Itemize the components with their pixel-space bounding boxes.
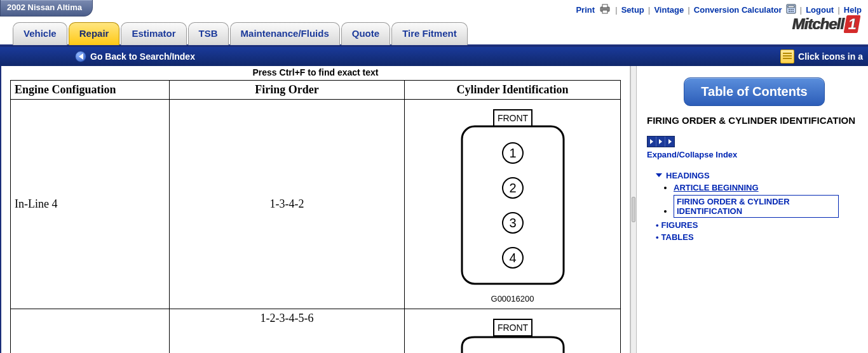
splitter[interactable] — [630, 66, 637, 353]
index-tree: HEADINGS ARTICLE BEGINNING FIRING ORDER … — [647, 170, 862, 242]
svg-text:1: 1 — [509, 146, 516, 160]
tree-node-tables[interactable]: • TABLES — [656, 232, 694, 242]
goback-bar: Go Back to Search/Index Click icons in a — [0, 47, 868, 66]
table-row: In-Line 4 1-3-4-2 FRONT 1 2 3 — [11, 100, 621, 309]
cell-cylinder-diagram: FRONT 1 2 3 4 G00016200 — [405, 100, 621, 309]
svg-text:4: 4 — [509, 251, 516, 265]
cell-engine: In-Line 4 — [11, 100, 170, 309]
notes-icon[interactable] — [780, 50, 794, 63]
vintage-link[interactable]: Vintage — [654, 5, 684, 15]
separator: | — [615, 5, 618, 15]
cylinder-diagram-icon: FRONT — [449, 316, 576, 353]
firing-order-table: Engine Configuation Firing Order Cylinde… — [10, 80, 621, 353]
tab-tsb[interactable]: TSB — [188, 22, 229, 45]
separator: | — [688, 5, 690, 15]
svg-point-6 — [790, 9, 792, 10]
tab-repair[interactable]: Repair — [69, 22, 120, 45]
printer-icon[interactable] — [599, 4, 611, 16]
brand-logo: Mitchell1 — [792, 15, 859, 33]
cell-order: 1-3-4-2 — [170, 100, 405, 309]
th-order: Firing Order — [170, 81, 405, 100]
svg-text:2: 2 — [509, 181, 516, 195]
setup-link[interactable]: Setup — [621, 5, 644, 15]
expand-collapse-link[interactable]: Expand/Collapse Index — [647, 150, 862, 159]
tab-maintenance[interactable]: Maintenance/Fluids — [230, 22, 340, 45]
back-arrow-icon[interactable] — [75, 51, 86, 62]
svg-text:3: 3 — [509, 216, 516, 230]
tab-estimator[interactable]: Estimator — [121, 22, 186, 45]
tree-node-figures[interactable]: • FIGURES — [656, 220, 698, 230]
top-links: Print | Setup | Vintage | Conversion Cal… — [576, 0, 868, 16]
content-scroll[interactable]: Engine Configuation Firing Order Cylinde… — [1, 80, 630, 353]
svg-point-8 — [789, 11, 790, 12]
article-title: FIRING ORDER & CYLINDER IDENTIFICATION — [647, 115, 862, 126]
tab-quote[interactable]: Quote — [341, 22, 390, 45]
calculator-icon[interactable] — [786, 4, 796, 16]
separator: | — [837, 5, 840, 15]
toc-button[interactable]: Table of Contents — [684, 77, 824, 106]
find-hint: Press Ctrl+F to find exact text — [1, 66, 630, 80]
tabs: Vehicle Repair Estimator TSB Maintenance… — [0, 19, 868, 47]
expand-collapse-icon[interactable] — [647, 136, 675, 147]
separator: | — [648, 5, 651, 15]
tree-link-article-beginning[interactable]: ARTICLE BEGINNING — [674, 183, 759, 192]
content-pane: Press Ctrl+F to find exact text Engine C… — [1, 66, 630, 353]
logout-link[interactable]: Logout — [806, 5, 834, 15]
tab-vehicle[interactable]: Vehicle — [13, 22, 67, 45]
sidebar: Table of Contents FIRING ORDER & CYLINDE… — [637, 66, 868, 353]
svg-rect-4 — [788, 6, 794, 8]
help-link[interactable]: Help — [844, 5, 862, 15]
figure-code: G00016200 — [409, 294, 616, 303]
table-row: 1-2-3-4-5-6 FRONT — [11, 309, 621, 354]
svg-text:FRONT: FRONT — [497, 323, 528, 333]
svg-text:FRONT: FRONT — [497, 113, 528, 123]
svg-point-9 — [790, 11, 792, 12]
th-engine: Engine Configuation — [11, 81, 170, 100]
separator: | — [800, 5, 803, 15]
conversion-calc-link[interactable]: Conversion Calculator — [694, 5, 782, 15]
svg-rect-1 — [602, 4, 607, 8]
print-link[interactable]: Print — [576, 5, 595, 15]
cell-cylinder-diagram: FRONT — [405, 309, 621, 354]
breadcrumb[interactable]: 2002 Nissan Altima — [0, 0, 93, 17]
svg-point-5 — [789, 9, 790, 10]
svg-rect-2 — [602, 10, 607, 13]
hint-text: Click icons in a — [798, 51, 863, 62]
cell-order: 1-2-3-4-5-6 — [170, 309, 405, 354]
tree-item: FIRING ORDER & CYLINDER IDENTIFICATION — [674, 195, 862, 218]
goback-link[interactable]: Go Back to Search/Index — [90, 51, 195, 62]
cell-engine — [11, 309, 170, 354]
cylinder-diagram-icon: FRONT 1 2 3 4 — [449, 109, 576, 293]
tree-item: ARTICLE BEGINNING — [674, 183, 862, 192]
tab-tire-fitment[interactable]: Tire Fitment — [391, 22, 468, 45]
svg-point-7 — [792, 9, 794, 10]
th-cyl: Cylinder Identification — [405, 81, 621, 100]
svg-point-10 — [792, 11, 794, 12]
tree-node-headings[interactable]: HEADINGS — [656, 171, 710, 180]
tree-link-current[interactable]: FIRING ORDER & CYLINDER IDENTIFICATION — [674, 195, 839, 218]
